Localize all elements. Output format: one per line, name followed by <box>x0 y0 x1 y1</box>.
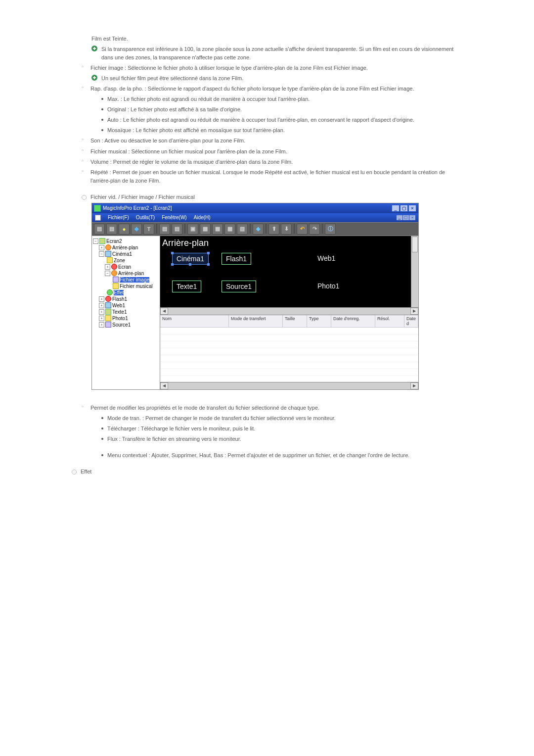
file-grid[interactable]: Nom Mode de transfert Taille Type Date d… <box>160 315 418 389</box>
zone-flash[interactable]: Flash1 <box>222 253 251 265</box>
minimize-button[interactable]: ‗ <box>392 205 400 212</box>
collapse-icon[interactable]: − <box>105 271 110 276</box>
col-nom[interactable]: Nom <box>160 315 229 327</box>
expand-icon[interactable]: + <box>99 296 104 302</box>
zone-source[interactable]: Source1 <box>222 281 256 292</box>
col-mode[interactable]: Mode de transfert <box>229 315 283 327</box>
menu-file[interactable]: Fichier(F) <box>108 215 129 220</box>
sub-max: Max. : Le fichier photo est agrandi ou r… <box>82 95 457 103</box>
grid-rows[interactable] <box>160 328 418 382</box>
col-taille[interactable]: Taille <box>283 315 307 327</box>
info-icon[interactable]: ⓘ <box>325 224 336 235</box>
tool-icon[interactable]: ▥ <box>237 224 248 235</box>
tool-icon[interactable]: ● <box>119 224 130 235</box>
tree-item[interactable]: Web1 <box>112 303 125 308</box>
dot-icon <box>101 438 103 440</box>
tool-icon[interactable]: ▦ <box>224 224 235 235</box>
scroll-thumb[interactable] <box>412 236 418 252</box>
zone-texte[interactable]: Texte1 <box>172 281 201 292</box>
item-son: ▫Son : Active ou désactive le son d'arri… <box>82 137 457 145</box>
col-datec[interactable]: Date d <box>404 315 418 327</box>
right-panel: Arrière-plan Cinéma1 Flash1 Web1 Texte1 … <box>160 236 418 389</box>
doc-icon <box>95 215 101 221</box>
tool-icon[interactable]: ▤ <box>159 224 170 235</box>
plus-icon <box>91 46 97 51</box>
scroll-left-icon[interactable]: ◀ <box>160 382 168 389</box>
text: Menu contextuel : Ajouter, Supprimer, Ha… <box>107 451 409 460</box>
tree-item[interactable]: Zone <box>114 258 125 263</box>
expand-icon[interactable]: + <box>99 303 104 308</box>
resize-handle[interactable] <box>171 263 174 266</box>
dot-icon <box>101 98 103 100</box>
zone-web[interactable]: Web1 <box>313 253 339 264</box>
tool-icon[interactable]: ▤ <box>106 224 117 235</box>
menu-tools[interactable]: Outils(T) <box>136 215 155 220</box>
mdi-close-button[interactable]: × <box>409 215 415 220</box>
image-icon <box>113 277 119 283</box>
scroll-left-icon[interactable]: ◀ <box>160 308 168 315</box>
tool-icon[interactable]: ◆ <box>131 224 142 235</box>
tree-item[interactable]: Ecran2 <box>106 238 122 244</box>
tree-item[interactable]: Cinéma1 <box>112 251 132 257</box>
tree-panel[interactable]: −Ecran2 +Arrière-plan −Cinéma1 Zone +Ecr… <box>92 236 160 389</box>
expand-icon[interactable]: + <box>99 316 104 321</box>
expand-icon[interactable]: + <box>105 264 110 270</box>
scroll-right-icon[interactable]: ▶ <box>410 382 418 389</box>
title-bar[interactable]: MagicInfoPro Ecran2 - [Ecran2] ‗ ▢ × <box>92 203 418 213</box>
tree-item[interactable]: Fichier musical <box>120 284 153 289</box>
bg-icon <box>111 270 117 276</box>
scroll-track[interactable] <box>168 308 410 315</box>
resize-handle[interactable] <box>189 263 191 266</box>
tree-item[interactable]: Arrière-plan <box>112 245 138 250</box>
close-button[interactable]: × <box>408 205 416 212</box>
item-permet: ▫ Permet de modifier les propriétés et l… <box>82 404 457 412</box>
undo-icon[interactable]: ↶ <box>297 224 308 235</box>
tool-icon[interactable]: ▤ <box>172 224 182 235</box>
tool-icon[interactable]: ⬇ <box>281 224 292 235</box>
tree-item[interactable]: Photo1 <box>112 316 128 321</box>
col-date[interactable]: Date d'enreg. <box>331 315 375 327</box>
collapse-icon[interactable]: − <box>99 251 104 257</box>
zone-photo[interactable]: Photo1 <box>313 281 343 291</box>
tool-text-icon[interactable]: T <box>143 224 154 235</box>
mdi-minimize-button[interactable]: ‗ <box>397 215 402 220</box>
resize-handle[interactable] <box>171 252 174 254</box>
dot-icon <box>101 119 103 121</box>
tool-icon[interactable]: ▦ <box>200 224 211 235</box>
expand-icon[interactable]: + <box>99 245 104 250</box>
canvas[interactable]: Arrière-plan Cinéma1 Flash1 Web1 Texte1 … <box>160 236 418 307</box>
redo-icon[interactable]: ↷ <box>309 224 320 235</box>
tree-item-selected[interactable]: Fichier image <box>120 277 149 283</box>
tree-item[interactable]: Texte1 <box>112 309 127 315</box>
vertical-scrollbar[interactable] <box>411 236 418 307</box>
tree-item[interactable]: Arrière-plan <box>118 271 144 276</box>
scroll-track[interactable] <box>168 382 410 389</box>
maximize-button[interactable]: ▢ <box>400 205 408 212</box>
zone-cinema[interactable]: Cinéma1 <box>172 253 209 265</box>
tool-icon[interactable]: ▣ <box>187 224 198 235</box>
cinema-icon <box>105 251 111 257</box>
mdi-restore-button[interactable]: ▢ <box>403 215 409 220</box>
tool-icon[interactable]: ▤ <box>94 224 105 235</box>
resize-handle[interactable] <box>207 252 210 254</box>
tree-item[interactable]: Effet <box>114 290 124 295</box>
menu-window[interactable]: Fenêtre(W) <box>162 215 187 220</box>
tree-item[interactable]: Ecran <box>118 264 131 270</box>
horizontal-scrollbar[interactable]: ◀ ▶ <box>160 307 418 315</box>
collapse-icon[interactable]: − <box>93 238 98 244</box>
grid-horizontal-scrollbar[interactable]: ◀ ▶ <box>160 382 418 389</box>
tool-icon[interactable]: ⬆ <box>268 224 279 235</box>
col-type[interactable]: Type <box>307 315 331 327</box>
col-resol[interactable]: Résol. <box>375 315 404 327</box>
tree-item[interactable]: Flash1 <box>112 296 127 302</box>
tool-icon[interactable]: ◈ <box>253 224 264 235</box>
scroll-right-icon[interactable]: ▶ <box>410 308 418 315</box>
expand-icon[interactable]: + <box>99 309 104 315</box>
tool-icon[interactable]: ▦ <box>212 224 223 235</box>
resize-handle[interactable] <box>207 263 210 266</box>
screen-icon <box>111 264 117 270</box>
tree-item[interactable]: Source1 <box>112 322 131 328</box>
separator-icon <box>156 224 157 234</box>
expand-icon[interactable]: + <box>99 322 104 328</box>
menu-help[interactable]: Aide(H) <box>194 215 211 220</box>
